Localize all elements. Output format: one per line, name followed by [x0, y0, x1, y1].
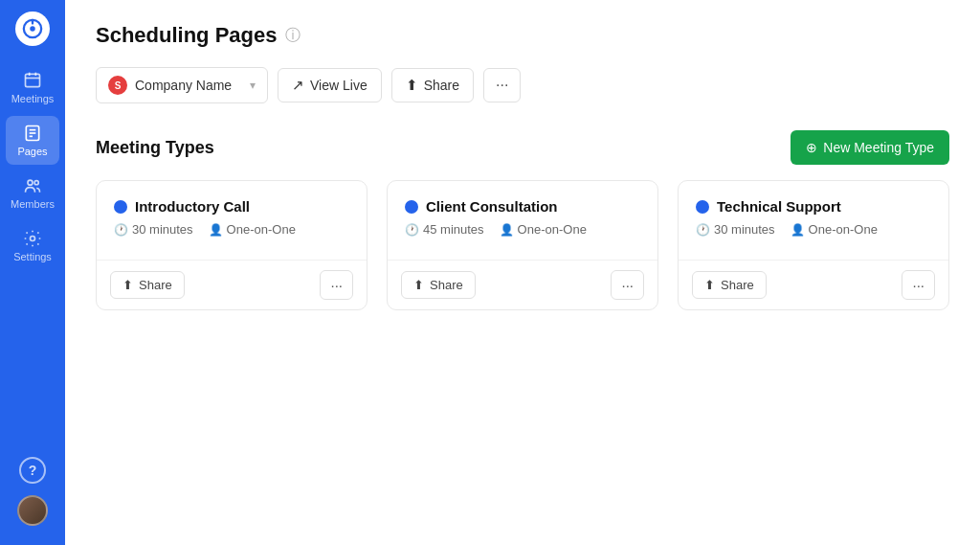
- type-meta: 👤 One-on-One: [209, 222, 296, 237]
- card-share-button[interactable]: ⬆ Share: [692, 271, 767, 299]
- view-live-button[interactable]: ↗ View Live: [278, 68, 382, 102]
- sidebar-item-label: Pages: [17, 146, 47, 157]
- more-options-button[interactable]: ···: [483, 68, 521, 102]
- sidebar-bottom: ?: [17, 457, 48, 534]
- meeting-type-card: Technical Support 🕐 30 minutes 👤 One-on-…: [678, 180, 949, 310]
- content-area: Scheduling Pages ⓘ S Company Name ▾ ↗ Vi…: [65, 0, 980, 545]
- card-title-row: Client Consultation: [405, 198, 640, 215]
- user-avatar[interactable]: [17, 495, 48, 526]
- meeting-type-card: Client Consultation 🕐 45 minutes 👤 One-o…: [387, 180, 658, 310]
- card-title-row: Introductory Call: [114, 198, 349, 215]
- card-meta: 🕐 30 minutes 👤 One-on-One: [696, 222, 931, 237]
- card-share-button[interactable]: ⬆ Share: [401, 271, 476, 299]
- card-title-row: Technical Support: [696, 198, 931, 215]
- plus-circle-icon: ⊕: [806, 140, 817, 155]
- svg-point-12: [34, 181, 38, 185]
- svg-point-11: [28, 180, 33, 185]
- card-footer: ⬆ Share ···: [97, 260, 367, 309]
- sidebar-item-members[interactable]: Members: [6, 169, 59, 217]
- settings-icon: [23, 229, 42, 248]
- card-body: Technical Support 🕐 30 minutes 👤 One-on-…: [679, 181, 948, 260]
- company-name: Company Name: [135, 78, 242, 93]
- card-more-button[interactable]: ···: [320, 270, 353, 300]
- card-body: Introductory Call 🕐 30 minutes 👤 One-on-…: [97, 181, 367, 260]
- sidebar-item-pages[interactable]: Pages: [6, 116, 59, 165]
- clock-icon: 🕐: [696, 223, 710, 237]
- svg-point-13: [31, 237, 35, 241]
- person-icon: 👤: [500, 223, 514, 237]
- card-footer: ⬆ Share ···: [388, 260, 657, 309]
- company-icon: S: [108, 76, 127, 95]
- duration-meta: 🕐 30 minutes: [114, 222, 193, 237]
- members-icon: [23, 176, 42, 195]
- company-dropdown[interactable]: S Company Name ▾: [96, 67, 268, 103]
- card-meta: 🕐 30 minutes 👤 One-on-One: [114, 222, 349, 237]
- sidebar-item-label: Members: [11, 198, 55, 210]
- sidebar-item-label: Settings: [13, 251, 52, 262]
- card-status-dot: [405, 200, 418, 214]
- card-status-dot: [114, 200, 127, 214]
- new-meeting-type-button[interactable]: ⊕ New Meeting Type: [791, 130, 949, 165]
- svg-point-1: [30, 26, 35, 32]
- type-meta: 👤 One-on-One: [500, 222, 587, 237]
- app-logo: [15, 11, 50, 46]
- help-button[interactable]: ?: [19, 457, 46, 484]
- person-icon: 👤: [209, 223, 223, 237]
- card-body: Client Consultation 🕐 45 minutes 👤 One-o…: [388, 181, 657, 260]
- main-content: Scheduling Pages ⓘ S Company Name ▾ ↗ Vi…: [65, 0, 980, 545]
- clock-icon: 🕐: [405, 223, 419, 237]
- sidebar-item-settings[interactable]: Settings: [6, 221, 59, 270]
- pages-icon: [23, 124, 42, 143]
- card-status-dot: [696, 200, 709, 214]
- logo-icon: [22, 18, 43, 39]
- type-meta: 👤 One-on-One: [791, 222, 878, 237]
- share-icon: ⬆: [122, 278, 133, 292]
- share-icon: ⬆: [413, 278, 424, 292]
- share-icon: ⬆: [704, 278, 715, 292]
- card-title: Introductory Call: [135, 198, 250, 215]
- clock-icon: 🕐: [114, 223, 128, 237]
- card-meta: 🕐 45 minutes 👤 One-on-One: [405, 222, 640, 237]
- page-header: Scheduling Pages ⓘ: [96, 23, 949, 48]
- sidebar: Meetings Pages Members Settings ?: [0, 0, 65, 545]
- card-title: Technical Support: [717, 198, 841, 215]
- info-icon[interactable]: ⓘ: [285, 26, 301, 46]
- card-share-button[interactable]: ⬆ Share: [110, 271, 185, 299]
- external-link-icon: ↗: [292, 77, 304, 94]
- share-button[interactable]: ⬆ Share: [391, 68, 474, 102]
- card-more-button[interactable]: ···: [611, 270, 644, 300]
- meeting-type-card: Introductory Call 🕐 30 minutes 👤 One-on-…: [96, 180, 368, 310]
- chevron-down-icon: ▾: [250, 79, 256, 92]
- card-more-button[interactable]: ···: [902, 270, 935, 300]
- duration-meta: 🕐 30 minutes: [696, 222, 775, 237]
- svg-rect-3: [26, 74, 40, 86]
- section-header: Meeting Types ⊕ New Meeting Type: [96, 130, 949, 165]
- person-icon: 👤: [791, 223, 805, 237]
- meeting-types-grid: Introductory Call 🕐 30 minutes 👤 One-on-…: [96, 180, 949, 310]
- section-title: Meeting Types: [96, 138, 214, 158]
- sidebar-item-meetings[interactable]: Meetings: [6, 63, 59, 112]
- card-footer: ⬆ Share ···: [679, 260, 948, 309]
- sidebar-item-label: Meetings: [11, 93, 55, 104]
- toolbar: S Company Name ▾ ↗ View Live ⬆ Share ···: [96, 67, 949, 103]
- duration-meta: 🕐 45 minutes: [405, 222, 484, 237]
- share-icon: ⬆: [406, 77, 418, 94]
- meetings-icon: [23, 71, 42, 90]
- card-title: Client Consultation: [426, 198, 558, 215]
- page-title: Scheduling Pages: [96, 23, 278, 48]
